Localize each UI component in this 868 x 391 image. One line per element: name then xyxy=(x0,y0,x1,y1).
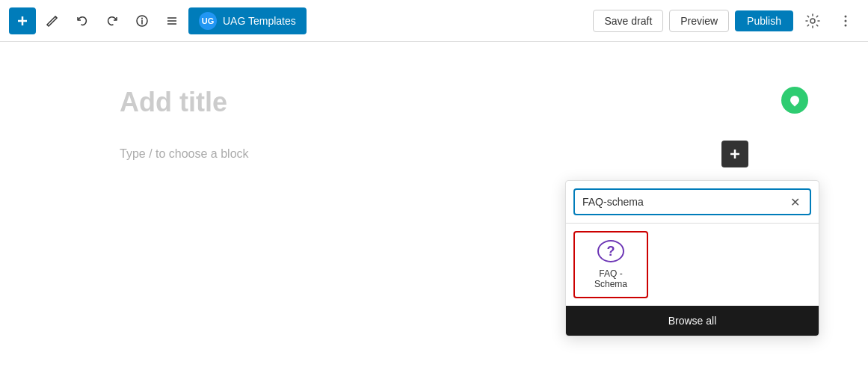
avatar-text: UG xyxy=(202,16,215,25)
svg-point-10 xyxy=(845,19,847,22)
undo-icon xyxy=(76,14,89,28)
pencil-icon xyxy=(46,14,59,28)
list-icon xyxy=(165,14,179,28)
faq-schema-icon: ? xyxy=(597,240,624,262)
status-icon xyxy=(781,87,808,114)
template-button[interactable]: UG UAG Templates xyxy=(188,7,307,34)
info-icon xyxy=(135,14,149,28)
publish-button[interactable]: Publish xyxy=(735,10,793,31)
search-field-wrapper: ✕ xyxy=(573,188,811,215)
redo-icon xyxy=(105,14,119,28)
template-avatar: UG xyxy=(199,12,217,30)
template-label: UAG Templates xyxy=(223,15,296,27)
block-placeholder-row: Type / to choose a block xyxy=(120,141,748,167)
more-icon xyxy=(838,13,853,28)
undo-button[interactable] xyxy=(69,7,96,34)
info-button[interactable] xyxy=(129,7,156,34)
page-title[interactable]: Add title xyxy=(120,87,748,118)
more-options-button[interactable] xyxy=(832,7,859,34)
faq-schema-block-item[interactable]: ? FAQ - Schema xyxy=(573,231,648,298)
browse-all-button[interactable]: Browse all xyxy=(566,306,819,336)
block-search-area: ✕ xyxy=(566,181,819,224)
toolbar-right: Save draft Preview Publish xyxy=(593,7,859,34)
svg-point-9 xyxy=(845,15,847,17)
preview-button[interactable]: Preview xyxy=(669,10,729,32)
block-inserter-popup: ✕ ? FAQ - Schema Browse all xyxy=(565,180,819,336)
toolbar-left: UG UAG Templates xyxy=(9,7,590,34)
svg-point-4 xyxy=(141,17,143,19)
svg-point-11 xyxy=(845,24,847,26)
redo-button[interactable] xyxy=(99,7,126,34)
block-search-input[interactable] xyxy=(582,196,783,208)
main-toolbar: UG UAG Templates Save draft Preview Publ… xyxy=(0,0,868,42)
list-view-button[interactable] xyxy=(158,7,185,34)
block-results: ? FAQ - Schema xyxy=(566,224,819,306)
svg-point-8 xyxy=(810,19,815,23)
settings-button[interactable] xyxy=(799,7,826,34)
block-placeholder-text: Type / to choose a block xyxy=(120,147,249,161)
editor-area: Add title Type / to choose a block ✕ ? F… xyxy=(0,42,868,391)
faq-schema-label: FAQ - Schema xyxy=(582,268,639,289)
save-draft-button[interactable]: Save draft xyxy=(593,10,663,32)
gear-icon xyxy=(805,13,820,28)
add-block-button[interactable] xyxy=(9,7,36,34)
plus-icon xyxy=(16,15,28,27)
add-block-inline-button[interactable] xyxy=(721,141,748,167)
search-clear-button[interactable]: ✕ xyxy=(787,194,802,209)
tools-button[interactable] xyxy=(39,7,66,34)
plus-inline-icon xyxy=(729,148,741,160)
